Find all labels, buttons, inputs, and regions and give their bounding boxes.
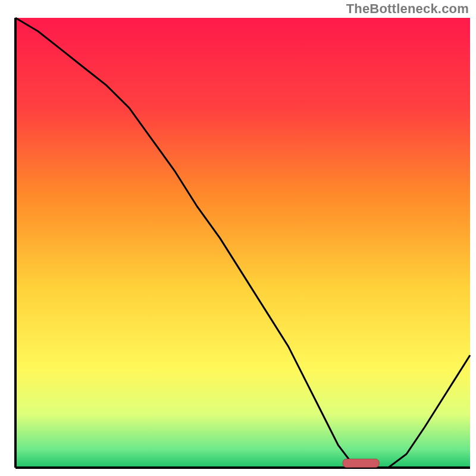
chart-container: { "watermark": "TheBottleneck.com", "cha… [0, 0, 476, 476]
plot-background [15, 18, 470, 468]
bottleneck-chart [0, 0, 476, 476]
watermark-text: TheBottleneck.com [346, 1, 469, 17]
optimal-range-marker [343, 459, 379, 467]
